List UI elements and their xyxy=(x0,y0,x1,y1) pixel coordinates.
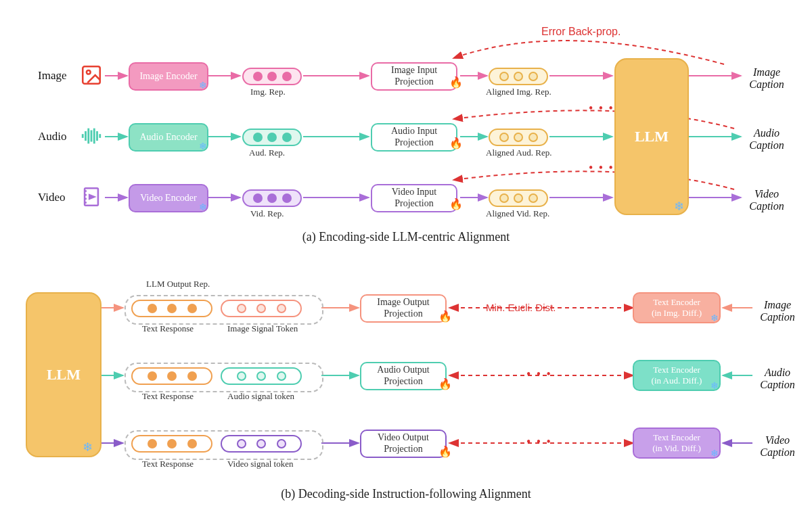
fire-icon: 🔥 xyxy=(438,445,452,458)
fire-icon: 🔥 xyxy=(449,76,463,89)
audio-caption-input: Audio Caption xyxy=(754,367,801,390)
video-encoder: Video Encoder xyxy=(129,184,208,212)
aligned-video-rep-label: Aligned Vid. Rep. xyxy=(486,208,549,219)
red-dots: • • • xyxy=(589,101,614,116)
image-input-projection: Image Input Projection xyxy=(371,62,457,91)
image-caption-input: Image Caption xyxy=(754,299,801,323)
video-output-projection: Video Output Projection xyxy=(360,430,447,458)
svg-rect-24 xyxy=(93,129,95,144)
llm-block-a: LLM xyxy=(614,58,689,215)
snowflake-icon: ❄ xyxy=(199,80,207,91)
fire-icon: 🔥 xyxy=(438,377,452,390)
svg-rect-23 xyxy=(91,131,93,142)
waveform-icon xyxy=(80,124,103,147)
video-input-projection: Video Input Projection xyxy=(371,184,457,212)
audio-input-projection: Audio Input Projection xyxy=(371,123,457,152)
audio-caption-output: Audio Caption xyxy=(743,127,790,151)
min-eucli-dist-label: Min. Eucli. Dist. xyxy=(486,302,556,313)
audio-output-projection: Audio Output Projection xyxy=(360,362,447,390)
caption-a: (a) Encoding-side LLM-centric Alignment xyxy=(223,230,589,244)
image-signal-pill xyxy=(221,300,302,317)
text-encoder-audio: Text Encoder(in Aud. Diff.) xyxy=(633,360,721,391)
snowflake-icon: ❄ xyxy=(199,202,207,213)
error-backprop-label: Error Back-prop. xyxy=(541,26,621,38)
snowflake-icon: ❄ xyxy=(674,199,684,214)
svg-rect-26 xyxy=(99,134,101,138)
svg-rect-20 xyxy=(82,134,84,138)
audio-encoder: Audio Encoder xyxy=(129,123,208,152)
video-file-icon xyxy=(80,185,103,208)
audio-label: Audio xyxy=(38,130,67,143)
red-dots: • • • xyxy=(589,161,614,175)
audio-rep-label: Aud. Rep. xyxy=(249,147,285,158)
image-icon xyxy=(80,64,103,87)
fire-icon: 🔥 xyxy=(438,310,452,323)
fire-icon: 🔥 xyxy=(449,137,463,149)
snowflake-icon: ❄ xyxy=(710,448,719,459)
text-response-pill-3 xyxy=(131,435,212,453)
red-dots: • • • xyxy=(526,367,552,382)
fire-icon: 🔥 xyxy=(449,198,463,210)
video-label: Video xyxy=(38,191,66,204)
image-output-projection: Image Output Projection xyxy=(360,294,447,323)
aligned-video-rep-pill xyxy=(489,189,548,207)
image-rep-pill xyxy=(242,68,302,85)
text-response-label-2: Text Response xyxy=(142,391,194,402)
svg-rect-25 xyxy=(96,131,98,141)
aligned-audio-rep-label: Aligned Aud. Rep. xyxy=(486,147,552,158)
video-signal-label: Video signal token xyxy=(227,459,293,469)
video-rep-label: Vid. Rep. xyxy=(250,208,284,219)
video-signal-pill xyxy=(221,435,302,453)
svg-rect-21 xyxy=(85,131,87,141)
text-response-label-3: Text Response xyxy=(142,459,194,469)
caption-b: (b) Decoding-side Instruction-following … xyxy=(217,487,595,501)
snowflake-icon: ❄ xyxy=(710,313,719,324)
image-signal-label: Image Signal Token xyxy=(227,323,298,334)
snowflake-icon: ❄ xyxy=(83,440,93,455)
text-encoder-image: Text Encoder(in Img. Diff.) xyxy=(633,292,721,323)
red-dots: • • • xyxy=(526,435,552,449)
video-rep-pill xyxy=(242,189,302,207)
image-rep-label: Img. Rep. xyxy=(250,87,286,97)
text-encoder-video: Text Encoder(in Vid. Diff.) xyxy=(633,428,721,459)
text-response-pill-1 xyxy=(131,300,212,317)
llm-output-rep-label: LLM Output Rep. xyxy=(146,279,210,290)
text-response-label-1: Text Response xyxy=(142,323,194,334)
video-caption-input: Video Caption xyxy=(754,434,801,458)
snowflake-icon: ❄ xyxy=(710,380,719,392)
text-response-pill-2 xyxy=(131,367,212,385)
image-label: Image xyxy=(38,69,66,83)
llm-block-b: LLM xyxy=(26,292,102,457)
image-encoder: Image Encoder xyxy=(129,62,208,91)
svg-point-19 xyxy=(87,70,91,74)
audio-rep-pill xyxy=(242,129,302,146)
snowflake-icon: ❄ xyxy=(199,141,207,152)
image-caption-output: Image Caption xyxy=(743,66,790,90)
svg-rect-18 xyxy=(83,66,100,84)
video-caption-output: Video Caption xyxy=(743,188,790,212)
audio-signal-pill xyxy=(221,367,302,385)
audio-signal-label: Audio signal token xyxy=(227,391,294,402)
aligned-image-rep-pill xyxy=(489,68,548,85)
svg-rect-22 xyxy=(87,129,89,144)
aligned-audio-rep-pill xyxy=(489,129,548,146)
aligned-image-rep-label: Aligned Img. Rep. xyxy=(486,87,551,97)
